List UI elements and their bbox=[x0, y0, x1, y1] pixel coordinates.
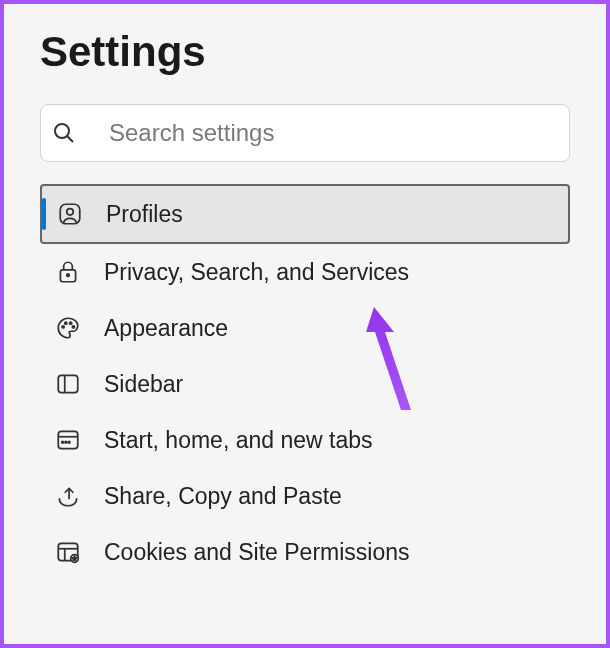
palette-icon bbox=[54, 314, 82, 342]
svg-point-9 bbox=[72, 326, 74, 328]
svg-point-7 bbox=[65, 322, 67, 324]
search-icon bbox=[59, 119, 87, 147]
profile-icon bbox=[56, 200, 84, 228]
share-icon bbox=[54, 482, 82, 510]
nav-item-appearance[interactable]: Appearance bbox=[40, 300, 570, 356]
svg-point-5 bbox=[67, 274, 70, 277]
page-title: Settings bbox=[40, 28, 570, 76]
nav-item-label: Share, Copy and Paste bbox=[104, 483, 342, 510]
nav-item-label: Profiles bbox=[106, 201, 183, 228]
nav-item-label: Sidebar bbox=[104, 371, 183, 398]
svg-point-14 bbox=[62, 441, 64, 443]
search-input[interactable] bbox=[109, 119, 551, 147]
svg-rect-2 bbox=[60, 204, 80, 224]
nav-item-sidebar[interactable]: Sidebar bbox=[40, 356, 570, 412]
svg-point-8 bbox=[70, 322, 72, 324]
svg-point-6 bbox=[62, 326, 64, 328]
svg-point-16 bbox=[68, 441, 70, 443]
nav-item-privacy[interactable]: Privacy, Search, and Services bbox=[40, 244, 570, 300]
nav-item-label: Cookies and Site Permissions bbox=[104, 539, 410, 566]
svg-line-1 bbox=[67, 136, 73, 142]
svg-rect-10 bbox=[58, 375, 78, 392]
settings-nav: Profiles Privacy, Search, and Services A… bbox=[40, 184, 570, 580]
nav-item-profiles[interactable]: Profiles bbox=[40, 184, 570, 244]
lock-icon bbox=[54, 258, 82, 286]
sidebar-icon bbox=[54, 370, 82, 398]
nav-item-label: Appearance bbox=[104, 315, 228, 342]
svg-rect-12 bbox=[58, 431, 78, 448]
nav-item-start-home[interactable]: Start, home, and new tabs bbox=[40, 412, 570, 468]
tabs-icon bbox=[54, 426, 82, 454]
nav-item-label: Privacy, Search, and Services bbox=[104, 259, 409, 286]
nav-item-share-copy-paste[interactable]: Share, Copy and Paste bbox=[40, 468, 570, 524]
cookies-icon bbox=[54, 538, 82, 566]
svg-point-0 bbox=[55, 124, 69, 138]
search-settings-box[interactable] bbox=[40, 104, 570, 162]
svg-point-15 bbox=[65, 441, 67, 443]
svg-point-3 bbox=[67, 209, 74, 216]
nav-item-label: Start, home, and new tabs bbox=[104, 427, 373, 454]
nav-item-cookies[interactable]: Cookies and Site Permissions bbox=[40, 524, 570, 580]
